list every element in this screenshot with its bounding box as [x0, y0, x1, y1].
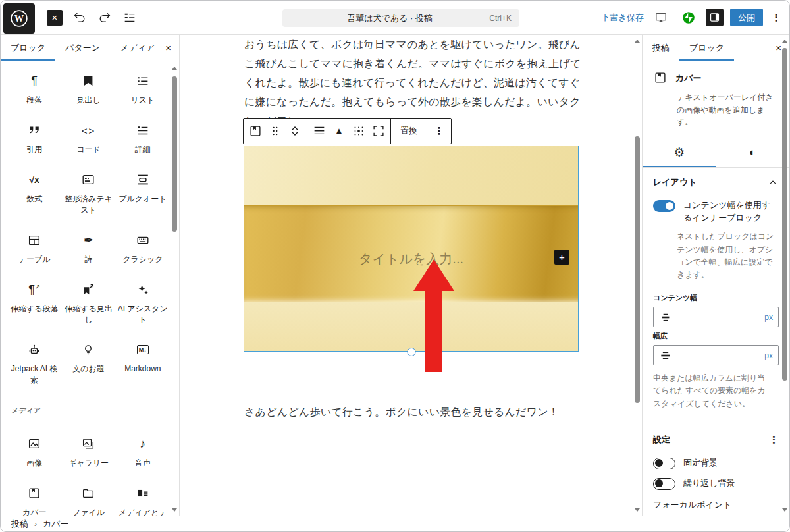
block-item-image[interactable]: 画像 [7, 435, 61, 468]
toolbar-movers-button[interactable] [285, 119, 305, 143]
block-item-code[interactable]: <>コード [61, 122, 115, 155]
publish-button[interactable]: 公開 [730, 9, 763, 26]
tab-blocks[interactable]: ブロック [1, 35, 55, 61]
block-item-label: Jetpack AI 検索 [7, 363, 61, 385]
block-item-classic[interactable]: クラシック [116, 232, 170, 265]
block-options-button[interactable]: ⋮ [429, 119, 449, 143]
breadcrumb-cover[interactable]: カバー [43, 518, 69, 530]
block-item-list[interactable]: リスト [116, 72, 170, 105]
toolbar-align-button[interactable] [309, 119, 329, 143]
align-icon [312, 124, 327, 138]
tab-patterns[interactable]: パターン [55, 35, 110, 61]
block-item-label: ファイル [72, 507, 105, 516]
layout-panel-header[interactable]: レイアウト [643, 168, 789, 197]
inner-blocks-toggle-row[interactable]: コンテンツ幅を使用するインナーブロック [643, 197, 789, 230]
block-item-media-text[interactable]: メディアとテキスト [116, 485, 170, 516]
tab-block[interactable]: ブロック [679, 35, 734, 61]
tab-media[interactable]: メディア [110, 35, 165, 61]
toolbar-full-height-button[interactable] [369, 119, 388, 143]
math-icon: √x [29, 171, 39, 188]
subtab-styles[interactable]: ◐ [716, 138, 790, 167]
block-item-label: AI アシスタント [116, 304, 170, 325]
toolbar-drag-button[interactable] [265, 119, 285, 143]
breadcrumb-post[interactable]: 投稿 [11, 518, 28, 530]
scrollbar-thumb[interactable] [782, 48, 787, 381]
movers-icon [288, 124, 302, 138]
block-item-markdown[interactable]: M↓Markdown [116, 341, 170, 385]
scrollbar-thumb[interactable] [172, 76, 177, 232]
scroll-up-arrow[interactable] [781, 38, 788, 44]
scroll-down-arrow[interactable] [171, 506, 178, 513]
close-icon: × [52, 13, 58, 23]
content-width-input[interactable] [677, 312, 759, 322]
block-item-preformatted[interactable]: 整形済みテキスト [61, 171, 115, 215]
fixed-background-row[interactable]: 固定背景 [643, 454, 789, 475]
document-title-button[interactable]: 吾輩は犬である · 投稿 Ctrl+K [282, 9, 519, 27]
scroll-up-arrow[interactable] [634, 38, 641, 44]
repeated-background-row[interactable]: 繰り返し背景 [643, 475, 789, 495]
close-inserter-button[interactable]: × [165, 42, 171, 53]
fixed-background-toggle[interactable] [653, 458, 675, 469]
subtab-settings[interactable]: ⚙ [643, 138, 716, 167]
image-icon [27, 435, 41, 452]
block-item-math[interactable]: √x数式 [7, 171, 61, 215]
kebab-icon[interactable]: ⋮ [769, 435, 779, 445]
block-item-prompt[interactable]: 文のお題 [61, 341, 115, 385]
block-item-quote[interactable]: 引用 [7, 122, 61, 155]
block-item-label: 詳細 [135, 144, 151, 155]
block-item-gallery[interactable]: ギャラリー [61, 435, 115, 468]
block-item-file[interactable]: ファイル [61, 485, 115, 516]
toggle-inserter-button[interactable]: × [47, 10, 63, 26]
cover-block[interactable]: タイトルを入力... + [244, 146, 578, 351]
paragraph-block-1[interactable]: おうちは広くて、ボクは毎日ママのあとを駆けていったワン。飛びんこ飛びんこしてママ… [244, 35, 583, 130]
block-item-label: 見出し [76, 95, 100, 105]
toolbar-cover-button[interactable] [246, 119, 265, 143]
block-item-paragraph[interactable]: ¶段落 [7, 72, 61, 105]
scroll-down-arrow[interactable] [634, 506, 641, 513]
save-draft-button[interactable]: 下書き保存 [601, 12, 644, 24]
inner-blocks-toggle[interactable] [653, 200, 675, 212]
list-view-button[interactable] [119, 7, 140, 28]
inserter-scrollbar[interactable] [171, 65, 178, 513]
wordpress-logo-button[interactable]: W [3, 3, 35, 34]
code-icon: <> [82, 122, 96, 139]
gallery-icon [81, 435, 95, 452]
table-icon [27, 232, 41, 249]
scroll-down-arrow[interactable] [781, 506, 788, 513]
block-item-details[interactable]: 詳細 [116, 122, 170, 155]
scroll-up-arrow[interactable] [171, 65, 178, 71]
preview-button[interactable] [650, 7, 672, 28]
repeated-background-toggle[interactable] [653, 478, 675, 490]
inserter-block-list: ¶段落見出しリスト引用<>コード詳細√x数式整形済みテキストプルクオートテーブル… [1, 62, 179, 516]
block-item-pullquote[interactable]: プルクオート [116, 171, 170, 215]
block-item-jetpack-ai[interactable]: Jetpack AI 検索 [7, 341, 61, 385]
close-sidebar-button[interactable]: × [776, 42, 781, 53]
toolbar-duotone-button[interactable]: ▲ [329, 119, 349, 143]
redo-button[interactable] [94, 7, 115, 28]
jetpack-button[interactable] [678, 7, 699, 28]
cover-add-block-button[interactable]: + [554, 250, 569, 265]
canvas-scrollbar[interactable] [634, 38, 641, 513]
block-item-stretch-paragraph[interactable]: ¶↗伸縮する段落 [7, 281, 61, 325]
sidebar-scrollbar[interactable] [781, 38, 788, 513]
block-item-table[interactable]: テーブル [7, 232, 61, 265]
cover-resize-handle[interactable] [407, 348, 415, 356]
undo-button[interactable] [69, 7, 90, 28]
block-item-stretch-heading[interactable]: 伸縮する見出し [61, 281, 115, 325]
block-item-ai-assistant[interactable]: AI アシスタント [116, 281, 170, 325]
settings-panel-header[interactable]: 設定 ⋮ [643, 425, 789, 454]
tab-post[interactable]: 投稿 [643, 35, 679, 61]
settings-sidebar-toggle-button[interactable] [706, 9, 724, 26]
wide-width-input[interactable] [677, 350, 759, 360]
scrollbar-thumb[interactable] [635, 136, 640, 403]
options-menu-button[interactable]: ⋮ [770, 12, 783, 24]
toolbar-grid-position-button[interactable] [349, 119, 369, 143]
constrained-width-icon [659, 311, 672, 324]
block-item-verse[interactable]: ✒詩 [61, 232, 115, 265]
replace-button[interactable]: 置換 [393, 125, 425, 137]
block-item-audio[interactable]: ♪音声 [116, 435, 170, 468]
paragraph-block-2[interactable]: さあどんどん歩いて行こう。ボクにいい景色を見せるんだワン！ [244, 402, 583, 421]
block-item-cover[interactable]: カバー [7, 485, 61, 516]
block-item-heading[interactable]: 見出し [61, 72, 115, 105]
cover-title-placeholder[interactable]: タイトルを入力... [244, 250, 578, 268]
